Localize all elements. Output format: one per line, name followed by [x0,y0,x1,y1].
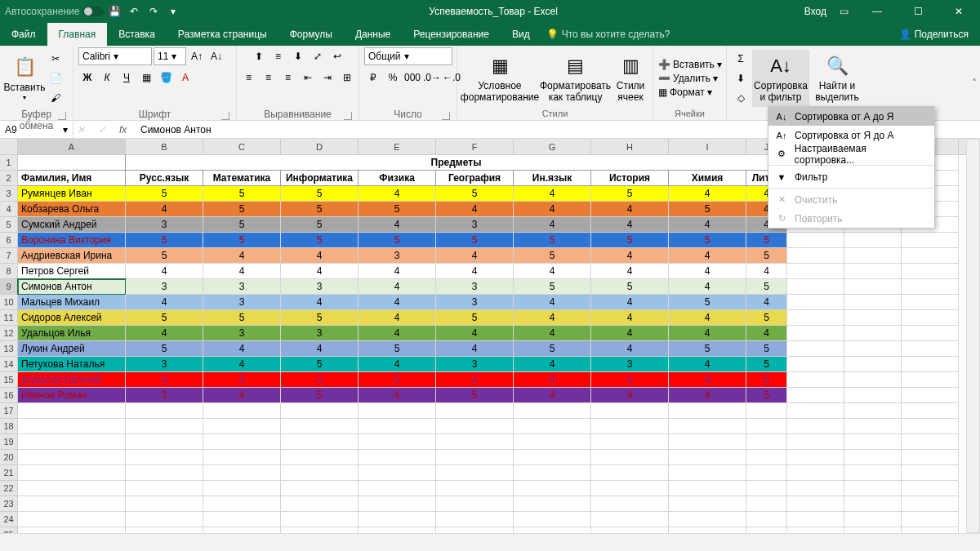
empty-cell[interactable] [902,310,959,326]
row-header[interactable]: 6 [0,233,18,248]
data-cell[interactable]: Удальцов Илья [18,326,126,341]
data-cell[interactable]: 4 [514,202,591,217]
empty-cell[interactable] [126,527,203,533]
empty-cell[interactable] [436,403,514,419]
tab-review[interactable]: Рецензирование [402,23,501,46]
empty-cell[interactable] [902,372,959,388]
tell-me[interactable]: 💡Что вы хотите сделать? [546,29,670,40]
empty-cell[interactable] [844,295,902,310]
tab-data[interactable]: Данные [344,23,402,46]
row-header[interactable]: 11 [0,310,18,326]
login-label[interactable]: Вход [804,6,826,17]
save-icon[interactable]: 💾 [105,2,123,20]
data-cell[interactable]: 5 [126,233,203,248]
number-format-select[interactable]: Общий▾ [364,47,452,65]
empty-cell[interactable] [126,434,203,450]
data-cell[interactable]: 4 [514,388,591,403]
empty-cell[interactable] [591,512,669,527]
data-cell[interactable]: Румянцев Иван [18,186,126,202]
empty-cell[interactable] [669,512,746,527]
data-cell[interactable]: 4 [359,326,436,341]
empty-cell[interactable] [359,512,436,527]
dialog-launcher-icon[interactable] [58,112,66,120]
empty-cell[interactable] [514,450,591,465]
empty-cell[interactable] [18,512,126,527]
border-icon[interactable]: ▦ [137,69,155,87]
data-cell[interactable]: 4 [126,372,203,388]
empty-cell[interactable] [844,264,902,279]
data-cell[interactable]: 5 [281,202,359,217]
font-size-select[interactable]: 11▾ [154,47,186,65]
cancel-icon[interactable]: ✕ [77,124,93,136]
data-cell[interactable]: 3 [281,326,359,341]
data-cell[interactable]: 4 [359,264,436,279]
empty-cell[interactable] [844,357,902,372]
grow-font-icon[interactable]: A↑ [188,47,206,65]
data-cell[interactable]: 5 [669,341,746,357]
empty-cell[interactable] [902,450,959,465]
data-cell[interactable]: 3 [126,217,203,233]
data-cell[interactable]: 5 [126,310,203,326]
empty-cell[interactable] [203,434,281,450]
data-cell[interactable]: 5 [203,217,281,233]
empty-cell[interactable] [436,465,514,481]
empty-cell[interactable] [902,341,959,357]
data-cell[interactable]: Лукин Андрей [18,341,126,357]
data-cell[interactable]: 5 [514,341,591,357]
autosum-icon[interactable]: Σ [732,50,750,68]
data-cell[interactable]: 4 [669,279,746,295]
empty-cell[interactable] [902,388,959,403]
empty-cell[interactable] [281,465,359,481]
empty-cell[interactable] [281,434,359,450]
enter-icon[interactable]: ✓ [98,124,114,136]
data-cell[interactable]: 5 [359,341,436,357]
empty-cell[interactable] [591,527,669,533]
data-cell[interactable]: 5 [746,233,787,248]
header-cell[interactable]: Фамилия, Имя [18,171,126,186]
header-cell[interactable]: Математика [203,171,281,186]
empty-cell[interactable] [203,527,281,533]
data-cell[interactable]: 5 [746,279,787,295]
data-cell[interactable]: Сумский Андрей [18,217,126,233]
data-cell[interactable]: 3 [436,295,514,310]
underline-icon[interactable]: Ч [118,69,136,87]
tab-home[interactable]: Главная [47,23,108,46]
empty-cell[interactable] [359,496,436,512]
data-cell[interactable]: 4 [746,326,787,341]
empty-cell[interactable] [787,341,844,357]
empty-cell[interactable] [126,403,203,419]
data-cell[interactable]: Иванов Роман [18,388,126,403]
empty-cell[interactable] [844,326,902,341]
data-cell[interactable]: 5 [126,248,203,264]
data-cell[interactable]: 4 [669,248,746,264]
empty-cell[interactable] [787,326,844,341]
data-cell[interactable]: 4 [591,341,669,357]
empty-cell[interactable] [844,279,902,295]
font-color-icon[interactable]: A [176,69,194,87]
col-header[interactable]: C [203,139,281,154]
data-cell[interactable]: 4 [669,388,746,403]
empty-cell[interactable] [902,264,959,279]
undo-icon[interactable]: ↶ [125,2,143,20]
empty-cell[interactable] [902,512,959,527]
empty-cell[interactable] [436,450,514,465]
tab-file[interactable]: Файл [0,23,47,46]
empty-cell[interactable] [902,403,959,419]
data-cell[interactable]: 4 [203,388,281,403]
empty-cell[interactable] [844,372,902,388]
data-cell[interactable]: 5 [746,388,787,403]
data-cell[interactable]: 3 [436,217,514,233]
empty-cell[interactable] [787,403,844,419]
empty-cell[interactable] [844,403,902,419]
header-cell[interactable]: Информатика [281,171,359,186]
empty-cell[interactable] [746,434,787,450]
share-button[interactable]: 👤Поделиться [899,29,980,40]
merged-header[interactable]: Предметы [126,155,787,171]
empty-cell[interactable] [787,419,844,434]
row-header[interactable]: 21 [0,465,18,481]
empty-cell[interactable] [844,512,902,527]
empty-cell[interactable] [787,512,844,527]
data-cell[interactable]: 3 [436,357,514,372]
empty-cell[interactable] [746,465,787,481]
col-header[interactable]: H [591,139,669,154]
